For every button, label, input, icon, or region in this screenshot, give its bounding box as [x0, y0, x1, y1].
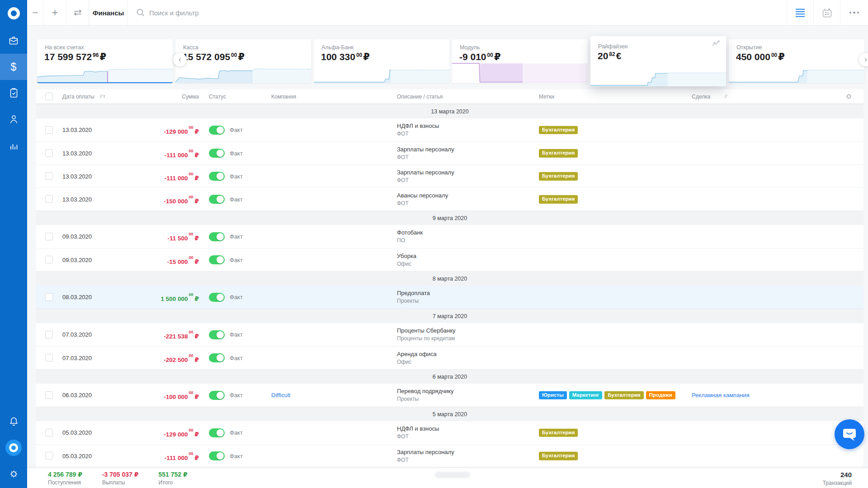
- row-checkbox[interactable]: [45, 256, 53, 263]
- status-toggle[interactable]: [209, 330, 225, 339]
- status-toggle[interactable]: [209, 353, 225, 362]
- sidebar-item-notifications[interactable]: [0, 408, 27, 435]
- company-link[interactable]: Difficult: [271, 384, 290, 407]
- calendar-button[interactable]: 21: [814, 0, 840, 25]
- amount: -150 00000₽: [127, 188, 199, 213]
- row-checkbox[interactable]: [45, 429, 53, 436]
- chat-bubble-icon: [842, 427, 857, 441]
- transaction-row[interactable]: 05.03.2020-111 00000₽ФактЗарплаты персон…: [36, 444, 863, 467]
- tag[interactable]: Бухгалтерия: [539, 428, 578, 437]
- list-view-button[interactable]: [787, 0, 814, 25]
- search-bar[interactable]: [128, 0, 787, 25]
- status-toggle[interactable]: [209, 293, 225, 302]
- app-logo[interactable]: [0, 0, 27, 26]
- sort-icon[interactable]: [724, 94, 730, 99]
- account-card-alfa-bank[interactable]: Альфа-Банк100 33000₽: [314, 39, 449, 83]
- transaction-row[interactable]: 05.03.2020-129 00000₽ФактНДФЛ и взносыФО…: [36, 421, 863, 444]
- status-toggle[interactable]: [209, 391, 225, 400]
- account-name: На всех счетах: [45, 44, 84, 51]
- row-checkbox[interactable]: [45, 126, 53, 134]
- table-settings-icon[interactable]: [845, 93, 853, 102]
- transaction-row[interactable]: 09.03.2020-11 50000₽ФактФотобанкПО: [36, 225, 863, 248]
- sidebar-item-projects[interactable]: [0, 28, 27, 54]
- status-toggle[interactable]: [209, 428, 225, 437]
- chat-widget-button[interactable]: [835, 419, 864, 449]
- transaction-row[interactable]: 07.03.2020-221 53800₽ФактПроценты Сберба…: [36, 323, 863, 346]
- transaction-row[interactable]: 08.03.20201 500 00000₽ФактПредоплатаПрое…: [36, 286, 863, 309]
- status-label: Факт: [230, 225, 243, 248]
- date-group-header: 7 марта 2020: [36, 309, 863, 323]
- row-checkbox[interactable]: [45, 354, 53, 361]
- select-all-checkbox[interactable]: [45, 93, 53, 100]
- more-menu-button[interactable]: [840, 0, 868, 25]
- tag[interactable]: Бухгалтерия: [539, 452, 578, 460]
- row-checkbox[interactable]: [45, 391, 53, 399]
- transaction-row[interactable]: 09.03.2020-15 00000₽ФактУборкаОфис: [36, 248, 863, 271]
- card-chart-icon[interactable]: [712, 40, 722, 49]
- sidebar-item-settings[interactable]: [0, 461, 27, 487]
- description: Проценты СбербанкуПроценты по кредитам: [397, 327, 455, 342]
- account-balance: 100 33000₽: [321, 52, 370, 62]
- sidebar-item-contacts[interactable]: [0, 106, 27, 132]
- status-toggle[interactable]: [209, 149, 225, 158]
- sidebar-item-profile[interactable]: [0, 435, 27, 461]
- tag[interactable]: Бухгалтерия: [539, 126, 578, 134]
- column-header-status[interactable]: Статус: [209, 89, 226, 104]
- tag[interactable]: Маркетинг: [569, 391, 603, 399]
- sort-icon[interactable]: [99, 94, 105, 99]
- column-header-tags[interactable]: Метки: [539, 89, 554, 104]
- account-card-otkrytie[interactable]: Открытие450 00000₽: [729, 39, 864, 83]
- plus-icon: +: [52, 8, 58, 18]
- transaction-row[interactable]: 13.03.2020-111 00000₽ФактЗарплаты персон…: [36, 164, 863, 188]
- sidebar-item-reports[interactable]: [0, 132, 27, 159]
- transaction-row[interactable]: 13.03.2020-111 00000₽ФактЗарплаты персон…: [36, 141, 863, 164]
- tag[interactable]: Бухгалтерия: [539, 149, 578, 158]
- search-icon: [136, 8, 145, 17]
- add-transaction-button[interactable]: +: [44, 0, 66, 25]
- row-checkbox[interactable]: [45, 172, 53, 180]
- deal-link[interactable]: Рекламная кампания: [692, 384, 750, 407]
- row-checkbox[interactable]: [45, 233, 53, 240]
- total-label: Итого: [159, 479, 188, 486]
- cards-prev-button[interactable]: ‹: [173, 53, 187, 66]
- column-header-company[interactable]: Компания: [271, 89, 296, 104]
- collapse-button[interactable]: −: [27, 0, 44, 25]
- sidebar-item-finance[interactable]: $: [0, 54, 27, 80]
- transaction-row[interactable]: 13.03.2020-129 00000₽ФактНДФЛ и взносыФО…: [36, 118, 863, 141]
- column-header-deal[interactable]: Сделка: [692, 89, 710, 104]
- transaction-row[interactable]: 13.03.2020-150 00000₽ФактАвансы персонал…: [36, 188, 863, 211]
- account-card-all-accounts[interactable]: На всех счетах17 599 57296₽: [37, 39, 173, 83]
- account-card-kassa[interactable]: Касса15 572 09500₽: [175, 39, 311, 83]
- status-toggle[interactable]: [209, 172, 225, 181]
- account-card-modul[interactable]: Модуль-9 01000₽: [452, 39, 588, 83]
- status-toggle[interactable]: [209, 451, 225, 460]
- total-value: 551 752 ₽: [159, 471, 188, 478]
- tag[interactable]: Юристы: [539, 391, 567, 399]
- column-header-amount[interactable]: Сумма: [127, 89, 199, 104]
- row-checkbox[interactable]: [45, 452, 53, 460]
- tag[interactable]: Продажи: [646, 391, 675, 399]
- tag-list: ЮристыМаркетингБухгалтерияПродажи: [539, 391, 675, 399]
- sidebar-item-tasks[interactable]: [0, 80, 27, 106]
- status-toggle[interactable]: [209, 126, 225, 135]
- tag[interactable]: Бухгалтерия: [539, 172, 578, 181]
- payment-date: 13.03.2020: [62, 188, 92, 211]
- status-toggle[interactable]: [209, 195, 225, 204]
- transaction-row[interactable]: 06.03.2020-100 00000₽ФактDifficultПерево…: [36, 384, 863, 407]
- row-checkbox[interactable]: [45, 195, 53, 203]
- tag[interactable]: Бухгалтерия: [604, 391, 643, 399]
- transaction-row[interactable]: 07.03.2020-202 50000₽ФактАренда офисаОфи…: [36, 346, 863, 369]
- status-toggle[interactable]: [209, 232, 225, 241]
- row-checkbox[interactable]: [45, 293, 53, 301]
- column-header-description[interactable]: Описание / статья: [397, 89, 443, 104]
- tag[interactable]: Бухгалтерия: [539, 195, 578, 204]
- column-header-date[interactable]: Дата оплаты: [62, 89, 94, 104]
- account-card-raiffeisen[interactable]: Райфайзен2082€: [590, 36, 726, 86]
- count-value: 240: [823, 471, 852, 479]
- transfer-button[interactable]: [66, 0, 89, 25]
- search-input[interactable]: [149, 9, 375, 17]
- status-toggle[interactable]: [209, 255, 225, 264]
- row-checkbox[interactable]: [45, 331, 53, 338]
- row-checkbox[interactable]: [45, 149, 53, 157]
- gear-icon: [8, 469, 19, 479]
